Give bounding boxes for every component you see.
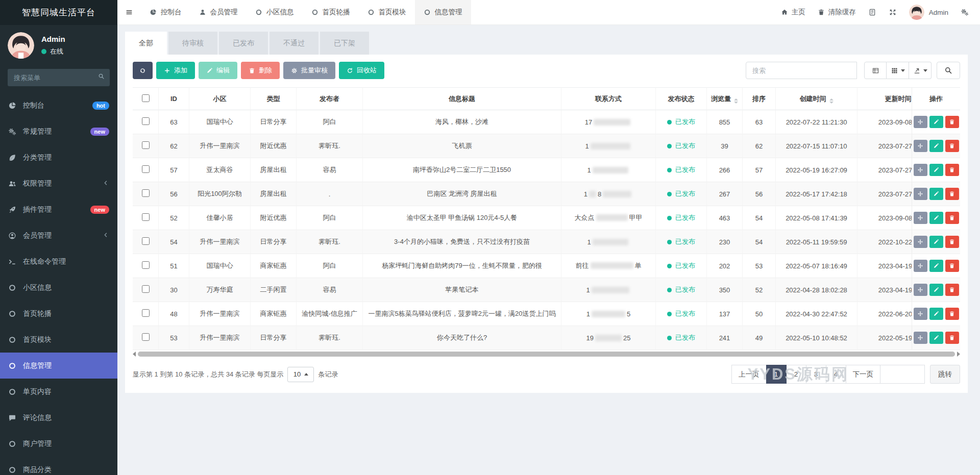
edit-row-button[interactable] — [929, 164, 943, 176]
move-row-button[interactable] — [914, 140, 927, 152]
edit-row-button[interactable] — [929, 212, 943, 224]
page-button[interactable]: 下一页 — [846, 365, 881, 384]
avatar[interactable] — [8, 32, 34, 59]
move-row-button[interactable] — [914, 116, 927, 128]
edit-row-button[interactable] — [929, 332, 943, 344]
delete-row-button[interactable] — [945, 332, 959, 344]
filter-tab[interactable]: 不通过 — [270, 32, 318, 55]
filter-tab[interactable]: 已发布 — [219, 32, 268, 55]
filter-tab[interactable]: 已下架 — [320, 32, 369, 55]
sidebar-item[interactable]: 插件管理new — [0, 196, 117, 222]
fullscreen-icon[interactable] — [889, 8, 897, 16]
delete-row-button[interactable] — [945, 236, 959, 248]
delete-row-button[interactable] — [945, 284, 959, 296]
user-menu[interactable]: Admin — [909, 5, 948, 20]
edit-row-button[interactable] — [929, 236, 943, 248]
column-header[interactable]: 排序 — [742, 87, 775, 110]
export-view-button[interactable] — [909, 62, 932, 79]
sidebar-item[interactable]: 单页内容 — [0, 379, 117, 405]
sidebar-item[interactable]: 评论信息 — [0, 405, 117, 431]
sidebar-item[interactable]: 权限管理 — [0, 170, 117, 196]
nav-tab[interactable]: 小区信息 — [247, 0, 303, 24]
sidebar-item[interactable]: 首页模块 — [0, 327, 117, 353]
page-button[interactable]: 2 — [786, 365, 806, 384]
edit-row-button[interactable] — [929, 260, 943, 272]
row-checkbox[interactable] — [142, 261, 150, 269]
row-checkbox[interactable] — [142, 237, 150, 245]
row-checkbox[interactable] — [142, 309, 150, 317]
row-checkbox[interactable] — [142, 285, 150, 293]
page-button[interactable]: 上一页 — [731, 365, 767, 384]
move-row-button[interactable] — [914, 260, 927, 272]
nav-tab[interactable]: 控制台 — [141, 0, 190, 24]
row-checkbox[interactable] — [142, 333, 150, 341]
select-all-checkbox[interactable] — [142, 94, 150, 102]
column-header[interactable]: 小区 — [189, 87, 250, 110]
home-link[interactable]: 主页 — [781, 8, 805, 17]
clear-cache-link[interactable]: 清除缓存 — [818, 8, 856, 17]
column-header[interactable]: 操作 — [912, 87, 960, 110]
sidebar-search-input[interactable] — [8, 69, 110, 86]
delete-row-button[interactable] — [945, 212, 959, 224]
move-row-button[interactable] — [914, 284, 927, 296]
column-header[interactable]: 发布状态 — [655, 87, 706, 110]
sidebar-item[interactable]: 信息管理 — [0, 353, 117, 379]
column-header[interactable]: 发布者 — [296, 87, 362, 110]
删除-button[interactable]: 删除 — [241, 62, 280, 79]
row-checkbox[interactable] — [142, 117, 150, 125]
edit-row-button[interactable] — [929, 188, 943, 200]
delete-row-button[interactable] — [945, 308, 959, 320]
sidebar-item[interactable]: 分类管理 — [0, 144, 117, 170]
column-header[interactable]: 联系方式 — [561, 87, 655, 110]
refresh-button[interactable] — [133, 62, 153, 79]
delete-row-button[interactable] — [945, 188, 959, 200]
page-jump-button[interactable]: 跳转 — [930, 365, 960, 384]
page-button[interactable]: 3 — [806, 365, 826, 384]
批量审核-button[interactable]: 批量审核 — [283, 62, 335, 79]
app-logo[interactable]: 智慧同城生活平台 — [0, 0, 117, 25]
column-header[interactable]: 创建时间 — [775, 87, 857, 110]
page-button[interactable]: 4 — [826, 365, 846, 384]
table-view-button[interactable] — [864, 62, 887, 79]
delete-row-button[interactable] — [945, 260, 959, 272]
column-header[interactable]: 类型 — [250, 87, 296, 110]
move-row-button[interactable] — [914, 332, 927, 344]
page-jump-input[interactable] — [880, 365, 925, 384]
row-checkbox[interactable] — [142, 165, 150, 173]
row-checkbox[interactable] — [142, 189, 150, 197]
move-row-button[interactable] — [914, 188, 927, 200]
filter-tab[interactable]: 全部 — [125, 32, 167, 55]
page-button[interactable]: 1 — [766, 365, 787, 384]
search-button[interactable] — [937, 62, 960, 79]
sort-icon[interactable] — [734, 98, 738, 104]
scrollbar-thumb[interactable] — [138, 352, 955, 357]
scroll-right-arrow-icon[interactable] — [957, 352, 960, 357]
sidebar-item[interactable]: 会员管理 — [0, 222, 117, 248]
sort-icon[interactable] — [829, 98, 834, 104]
move-row-button[interactable] — [914, 212, 927, 224]
row-checkbox[interactable] — [142, 213, 150, 221]
edit-row-button[interactable] — [929, 284, 943, 296]
column-header[interactable]: ID — [158, 87, 189, 110]
column-header[interactable]: 信息标题 — [362, 87, 561, 110]
move-row-button[interactable] — [914, 164, 927, 176]
hamburger-icon[interactable] — [117, 0, 141, 24]
编辑-button[interactable]: 编辑 — [199, 62, 237, 79]
sidebar-item[interactable]: 在线命令管理 — [0, 248, 117, 274]
table-search-input[interactable] — [746, 62, 857, 79]
filter-tab[interactable]: 待审核 — [168, 32, 217, 55]
column-header[interactable]: 浏览量 — [706, 87, 742, 110]
move-row-button[interactable] — [914, 308, 927, 320]
sidebar-item[interactable]: 小区信息 — [0, 274, 117, 301]
sidebar-item[interactable]: 常规管理new — [0, 118, 117, 144]
sidebar-item[interactable]: 商品分类 — [0, 457, 117, 475]
row-checkbox[interactable] — [142, 141, 150, 149]
per-page-select[interactable]: 10 — [287, 367, 314, 382]
sidebar-item[interactable]: 控制台hot — [0, 92, 117, 118]
delete-row-button[interactable] — [945, 164, 959, 176]
nav-tab[interactable]: 首页模块 — [359, 0, 415, 24]
settings-gear-icon[interactable] — [961, 8, 969, 16]
nav-tab[interactable]: 首页轮播 — [303, 0, 359, 24]
edit-row-button[interactable] — [929, 308, 943, 320]
logs-icon[interactable] — [868, 8, 876, 16]
